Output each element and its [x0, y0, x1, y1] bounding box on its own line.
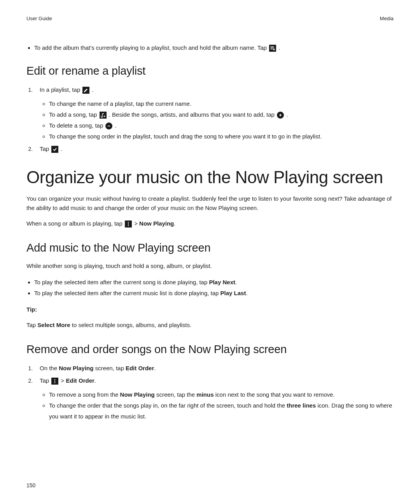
edit-playlist-sublist: To change the name of a playlist, tap th… [40, 98, 394, 142]
section-heading-organize: Organize your music on the Now Playing s… [26, 168, 394, 187]
sub-item: To add a song, tap . Beside the songs, a… [49, 109, 394, 120]
svg-point-11 [128, 224, 129, 225]
bold-text: Now Playing [59, 365, 93, 371]
text: When a song or album is playing, tap [26, 220, 124, 227]
sub-item: To change the name of a playlist, tap th… [49, 98, 394, 109]
text: To add the album that's currently playin… [34, 44, 268, 51]
intro-bullet-list: To add the album that's currently playin… [26, 43, 394, 53]
step-1: In a playlist, tap . To change the name … [34, 84, 394, 142]
text: . [286, 111, 288, 118]
add-to-playlist-icon [269, 45, 276, 52]
svg-point-13 [54, 379, 56, 380]
text: To change the order that the songs play … [49, 402, 287, 409]
list-item: To play the selected item after the curr… [34, 277, 394, 288]
text: . [174, 220, 175, 227]
text: . [154, 365, 156, 371]
text: To play the selected item after the curr… [34, 290, 220, 296]
section-heading-remove-order: Remove and order songs on the Now Playin… [26, 343, 394, 356]
music-add-icon [100, 112, 107, 119]
step-1: On the Now Playing screen, tap Edit Orde… [34, 363, 394, 374]
text: screen, tap [93, 365, 126, 371]
bold-text: Edit Order [126, 365, 154, 371]
organize-para-1: You can organize your music without havi… [26, 194, 394, 213]
add-music-list: To play the selected item after the curr… [26, 277, 394, 299]
text: screen, tap the [155, 391, 197, 398]
text: . [278, 44, 280, 51]
text: . [115, 122, 117, 129]
section-heading-add-music: Add music to the Now Playing screen [26, 242, 394, 254]
list-item: To play the selected item after the curr… [34, 288, 394, 299]
intro-bullet: To add the album that's currently playin… [34, 43, 394, 53]
edit-pencil-icon [82, 87, 89, 94]
text: To add a song, tap [49, 111, 99, 118]
text: To play the selected item after the curr… [34, 279, 209, 285]
bold-text: Now Playing [120, 391, 155, 398]
page: User Guide Media To add the album that's… [0, 0, 420, 504]
bold-text: three lines [287, 402, 316, 409]
bold-text: Select More [37, 322, 70, 328]
bold-text: Edit Order [66, 377, 94, 384]
sub-item: To change the order that the songs play … [49, 400, 394, 422]
tip-text: Tap Select More to select multiple songs… [26, 320, 394, 330]
text: icon next to the song that you want to r… [214, 391, 335, 398]
sub-item: To remove a song from the Now Playing sc… [49, 389, 394, 400]
bold-text: minus [196, 391, 214, 398]
header-left: User Guide [26, 16, 52, 21]
remove-order-sublist: To remove a song from the Now Playing sc… [40, 389, 394, 422]
text: > [61, 377, 66, 384]
remove-order-steps: On the Now Playing screen, tap Edit Orde… [26, 363, 394, 422]
sub-item: To delete a song, tap . [49, 120, 394, 131]
text: . [92, 86, 94, 93]
header-right: Media [380, 16, 394, 21]
svg-point-10 [128, 222, 129, 223]
text: . [235, 279, 237, 285]
organize-para-2: When a song or album is playing, tap > N… [26, 219, 394, 228]
more-vertical-icon [51, 378, 58, 385]
text: . [94, 377, 96, 384]
more-vertical-icon [125, 220, 132, 228]
bold-text: Play Last [220, 290, 246, 296]
text: To remove a song from the [49, 391, 120, 398]
svg-point-14 [54, 381, 56, 382]
text: On the [40, 365, 59, 371]
check-icon [51, 146, 58, 153]
text: Tap [40, 145, 51, 152]
text: to select multiple songs, albums, and pl… [70, 322, 192, 328]
text: . [61, 145, 63, 152]
page-header: User Guide Media [26, 16, 394, 21]
svg-point-12 [128, 225, 129, 226]
plus-circle-icon [277, 112, 284, 119]
text: > [134, 220, 139, 227]
sub-item: To change the song order in the playlist… [49, 131, 394, 142]
text: To delete a song, tap [49, 122, 105, 129]
svg-point-15 [54, 382, 56, 383]
text: Tap [26, 322, 37, 328]
text: In a playlist, tap [40, 86, 82, 93]
minus-circle-icon [105, 122, 112, 130]
add-music-para: While another song is playing, touch and… [26, 261, 394, 271]
section-heading-edit-playlist: Edit or rename a playlist [26, 65, 394, 77]
text: . Beside the songs, artists, and albums … [109, 111, 276, 118]
step-2: Tap . [34, 144, 394, 154]
page-number: 150 [26, 482, 35, 488]
bold-text: Play Next [209, 279, 235, 285]
bold-text: Now Playing [139, 220, 174, 227]
step-2: Tap > Edit Order. To remove a song from … [34, 375, 394, 422]
tip-label: Tip: [26, 305, 394, 314]
edit-playlist-steps: In a playlist, tap . To change the name … [26, 84, 394, 154]
text: Tap [40, 377, 51, 384]
text: . [246, 290, 247, 296]
